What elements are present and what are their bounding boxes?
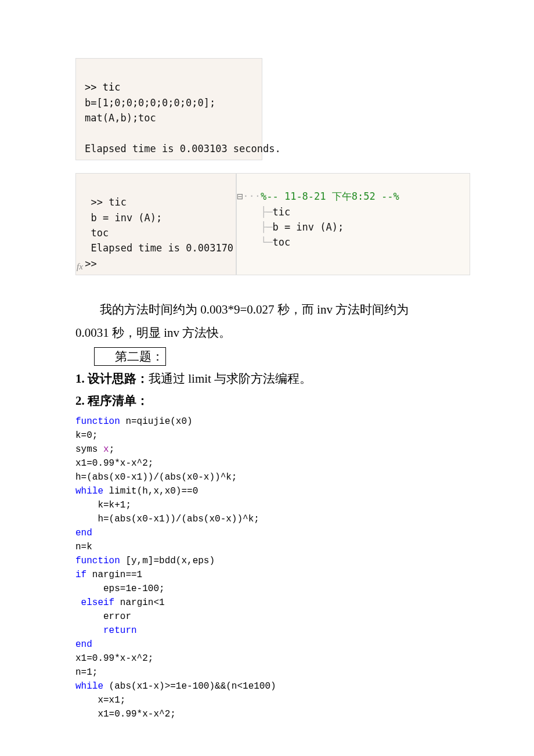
code: error: [75, 611, 131, 622]
text: 程序清单：: [85, 394, 149, 408]
console-output-2: >> tic b = inv (A); toc Elapsed time is …: [75, 173, 236, 275]
code: h=(abs(x0-x1))/(abs(x0-x))^k;: [75, 472, 237, 483]
code: k=0;: [75, 430, 98, 441]
code: limit(h,x,x0)==0: [103, 486, 198, 496]
code-keyword: if: [75, 570, 86, 580]
console-line: b=[1;0;0;0;0;0;0;0;0];: [85, 97, 215, 109]
code: [y,m]=bdd(x,eps): [120, 556, 215, 566]
text: 方法时间约为: [333, 303, 409, 316]
console-line: Elapsed time is 0.003103 seconds.: [85, 143, 281, 154]
console-output-1: >> tic b=[1;0;0;0;0;0;0;0;0]; mat(A,b);t…: [75, 58, 262, 160]
editor-line: b = inv (A);: [272, 221, 344, 233]
code: syms: [75, 444, 103, 455]
paragraph-1: 我的方法时间约为 0.003*9=0.027 秒，而 inv 方法时间约为: [75, 298, 459, 322]
screenshot-group: >> tic b=[1;0;0;0;0;0;0;0;0]; mat(A,b);t…: [75, 58, 459, 275]
text: 方法快。: [179, 326, 231, 340]
code: ;: [109, 444, 115, 455]
editor-pane: ⊟···%-- 11-8-21 下午8:52 --% ├─tic ├─b = i…: [236, 173, 470, 275]
code-keyword: end: [75, 639, 92, 650]
text: 0.003*9=0.027: [200, 303, 274, 316]
text: 2.: [75, 394, 85, 408]
code: x1=0.99*x-x^2;: [75, 458, 153, 469]
text: inv: [164, 326, 179, 340]
code-keyword: elseif: [75, 597, 114, 608]
code: nargin==1: [86, 570, 142, 580]
editor-comment: %-- 11-8-21 下午8:52 --%: [261, 190, 399, 202]
code: h=(abs(x0-x1))/(abs(x0-x))^k;: [75, 514, 259, 524]
text: limit: [188, 372, 211, 386]
text: 设计思路：: [85, 372, 149, 386]
console-line: mat(A,b);toc: [85, 112, 156, 124]
code: n=qiujie(x0): [120, 416, 193, 427]
code: (abs(x1-x)>=1e-100)&&(n<1e100): [103, 681, 276, 692]
code: x1=0.99*x-x^2;: [75, 709, 176, 719]
code: x1=0.99*x-x^2;: [75, 653, 153, 664]
code-keyword: function: [75, 556, 120, 566]
console-line: toc: [79, 227, 109, 239]
matlab-code: function n=qiujie(x0) k=0; syms x; x1=0.…: [75, 415, 459, 721]
section-1: 1. 设计思路：我通过 limit 与求阶方法编程。: [75, 370, 459, 387]
code: n=1;: [75, 667, 98, 678]
text: 秒，明显: [109, 326, 164, 340]
editor-line: tic: [272, 206, 290, 218]
code: x=x1;: [75, 695, 125, 705]
heading-box: 第二题：: [94, 347, 166, 366]
paragraph-2: 0.0031 秒，明显 inv 方法快。: [75, 322, 459, 345]
code-symbol: x: [103, 444, 109, 455]
console-line: >> tic: [79, 196, 127, 208]
console-line: >> tic: [85, 81, 120, 93]
text: inv: [317, 303, 333, 316]
code: k=k+1;: [75, 500, 131, 510]
text: 与求阶方法编程。: [211, 372, 312, 386]
text: 我的方法时间约为: [100, 303, 200, 316]
code-keyword: return: [75, 625, 137, 636]
code-keyword: function: [75, 416, 120, 427]
code-keyword: while: [75, 486, 103, 496]
editor-line: toc: [272, 236, 290, 248]
text: 秒，而: [275, 303, 317, 316]
section-2: 2. 程序清单：: [75, 393, 459, 409]
code-keyword: end: [75, 528, 92, 538]
heading-2: 第二题：: [75, 347, 459, 366]
text: 我通过: [149, 372, 188, 386]
code-keyword: while: [75, 681, 103, 692]
code: eps=1e-100;: [75, 584, 165, 594]
code: nargin<1: [114, 597, 164, 608]
text: 1.: [75, 372, 85, 386]
code: n=k: [75, 542, 92, 552]
text: 0.0031: [75, 326, 109, 340]
fx-icon: fx: [77, 260, 83, 273]
console-line: b = inv (A);: [79, 212, 162, 224]
